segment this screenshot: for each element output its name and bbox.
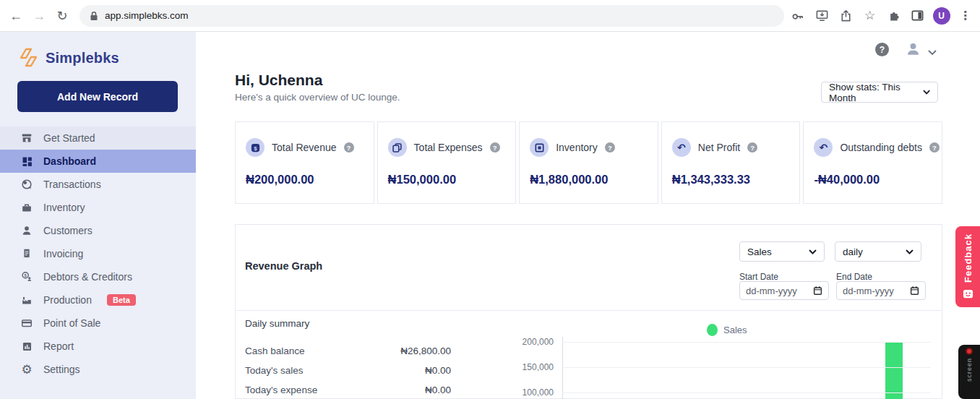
sidebar-item-label: Get Started <box>43 132 95 144</box>
brand-name: Simplebks <box>46 50 119 66</box>
dashboard-icon <box>20 155 34 168</box>
sidebar-item-inventory[interactable]: Inventory <box>0 196 196 219</box>
stat-label: Total Expenses <box>414 142 483 153</box>
end-date-label: End Date <box>836 272 872 282</box>
outstanding-debts-icon: ↶ <box>814 138 833 157</box>
stat-card-total-expenses: Total Expenses ? ₦150,000.00 <box>377 121 517 204</box>
tooltip-question-icon[interactable]: ? <box>747 142 757 153</box>
sidebar-item-label: Point of Sale <box>43 317 100 329</box>
sidebar-item-label: Transactions <box>43 179 101 190</box>
password-key-icon[interactable] <box>786 9 810 22</box>
chevron-down-icon <box>809 249 817 254</box>
metric-select-value: Sales <box>747 246 772 257</box>
summary-label: Today's sales <box>245 365 304 376</box>
back-icon[interactable]: ← <box>4 9 27 22</box>
sidebar-item-debtors-creditors[interactable]: $ Debtors & Creditors <box>0 265 196 288</box>
calendar-icon <box>910 286 919 296</box>
metric-select[interactable]: Sales <box>739 241 825 262</box>
sidebar-item-production[interactable]: Production Beta <box>0 288 196 312</box>
sidebar-item-label: Customers <box>43 225 93 236</box>
sidebar-item-point-of-sale[interactable]: Point of Sale <box>0 312 196 335</box>
browser-avatar[interactable]: U <box>929 7 953 25</box>
sidebar-item-report[interactable]: Report <box>0 335 196 358</box>
stats-filter-value: Show stats: This Month <box>829 82 923 103</box>
daily-summary-title: Daily summary <box>245 318 451 329</box>
chevron-down-icon[interactable] <box>927 46 937 59</box>
sidebar-item-get-started[interactable]: Get Started <box>0 126 196 150</box>
end-date-input[interactable]: dd-mm-yyyy <box>836 281 926 300</box>
sidebar-item-transactions[interactable]: Transactions <box>0 173 196 196</box>
reload-icon[interactable]: ↻ <box>51 9 74 22</box>
briefcase-icon <box>20 201 34 214</box>
sidebar-item-label: Inventory <box>43 202 85 213</box>
user-profile-icon[interactable] <box>905 41 921 60</box>
invoice-icon <box>20 247 34 260</box>
bookmark-star-icon[interactable]: ☆ <box>858 8 882 23</box>
start-date-input[interactable]: dd-mm-yyyy <box>739 281 829 300</box>
sidebar-item-customers[interactable]: Customers <box>0 219 196 242</box>
start-date-label: Start Date <box>739 272 778 282</box>
share-icon[interactable] <box>834 9 858 22</box>
production-icon <box>20 293 34 306</box>
stats-filter-select[interactable]: Show stats: This Month <box>821 82 938 103</box>
sidebar-item-settings[interactable]: ⚙ Settings <box>0 358 196 381</box>
credit-card-icon <box>20 317 34 330</box>
brand: Simplebks <box>0 32 196 68</box>
sidebar-item-dashboard[interactable]: Dashboard <box>0 150 196 173</box>
panel-divider <box>236 310 942 311</box>
calendar-icon <box>813 286 822 296</box>
y-tick-label: 100,000 <box>506 387 554 398</box>
address-bar[interactable]: app.simplebks.com <box>79 5 784 27</box>
legend-dot <box>707 324 718 336</box>
gridline <box>562 367 931 368</box>
interval-select[interactable]: daily <box>835 241 921 262</box>
sidebar-item-label: Settings <box>43 364 80 375</box>
gridline <box>562 342 931 343</box>
summary-value: ₦26,800.00 <box>400 346 451 356</box>
person-icon <box>20 224 34 237</box>
sidebar-item-label: Report <box>43 340 74 352</box>
extensions-puzzle-icon[interactable] <box>882 9 906 22</box>
url-text: app.simplebks.com <box>105 10 189 21</box>
sidebar-item-label: Invoicing <box>43 248 83 259</box>
stat-label: Inventory <box>556 142 598 153</box>
screen-recorder-widget[interactable]: screen <box>958 345 980 399</box>
simplebks-logo-icon <box>19 48 38 68</box>
side-panel-icon[interactable] <box>906 9 929 22</box>
forward-icon[interactable]: → <box>27 9 51 22</box>
browser-menu-kebab-icon[interactable]: ⋮ <box>953 9 977 22</box>
summary-value: ₦0.00 <box>425 385 451 395</box>
revenue-icon: $ <box>246 138 265 157</box>
gear-icon: ⚙ <box>20 364 34 376</box>
stat-value: ₦150,000.00 <box>388 173 457 186</box>
interval-select-value: daily <box>843 246 863 257</box>
summary-row-todays-sales: Today's sales ₦0.00 <box>245 365 451 376</box>
stat-value: ₦200,000.00 <box>246 173 314 186</box>
net-profit-icon: ↶ <box>672 138 691 157</box>
feedback-label: Feedback <box>963 233 973 283</box>
start-date-placeholder: dd-mm-yyyy <box>746 286 797 296</box>
tooltip-question-icon[interactable]: ? <box>490 142 500 153</box>
summary-label: Cash balance <box>245 346 305 356</box>
help-icon[interactable]: ? <box>875 43 889 56</box>
summary-value: ₦0.00 <box>425 365 451 376</box>
tooltip-question-icon[interactable]: ? <box>605 142 615 153</box>
install-icon[interactable] <box>810 9 834 22</box>
chart-y-axis <box>562 337 563 399</box>
transactions-icon <box>20 178 34 191</box>
tooltip-question-icon[interactable]: ? <box>344 142 354 153</box>
end-date-placeholder: dd-mm-yyyy <box>843 286 894 296</box>
sidebar-nav: Get Started Dashboard Transactions Inven… <box>0 126 196 381</box>
tooltip-question-icon[interactable]: ? <box>929 142 940 153</box>
stat-label: Total Revenue <box>272 142 337 153</box>
inventory-icon <box>530 138 549 157</box>
storefront-icon <box>20 132 34 145</box>
sidebar: Simplebks Add New Record Get Started Das… <box>0 32 196 399</box>
stat-card-total-revenue: $ Total Revenue ? ₦200,000.00 <box>235 121 374 204</box>
feedback-button[interactable]: Feedback <box>955 226 980 307</box>
sidebar-item-invoicing[interactable]: Invoicing <box>0 242 196 265</box>
add-new-record-button[interactable]: Add New Record <box>17 81 178 112</box>
chart-legend: Sales <box>707 324 747 336</box>
sales-bar <box>885 342 903 399</box>
stat-value: ₦1,343,333.33 <box>672 173 750 186</box>
